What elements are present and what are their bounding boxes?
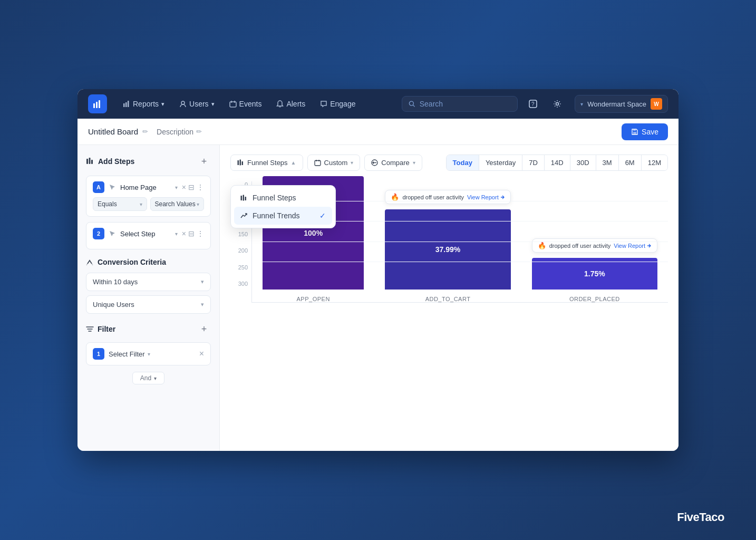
search-icon: [409, 100, 415, 108]
nav-events[interactable]: Events: [224, 97, 267, 111]
step-a-filters: Equals ▾ Search Values ▾: [93, 197, 204, 211]
dropdown-funnel-steps[interactable]: Funnel Steps: [234, 189, 332, 207]
svg-rect-5: [128, 101, 129, 107]
view-report-2-arrow-icon: [646, 243, 652, 248]
nav-alerts[interactable]: Alerts: [271, 97, 311, 111]
date-btn-today[interactable]: Today: [447, 155, 479, 170]
bar-order-placed-label: ORDER_PLACED: [569, 296, 620, 302]
description-edit-icon[interactable]: ✏: [196, 128, 202, 136]
workspace-avatar: W: [651, 98, 662, 110]
filter-header: Filter +: [86, 322, 211, 336]
filter-item-badge: 1: [93, 348, 104, 360]
description-area[interactable]: Description ✏: [157, 128, 202, 136]
step-a-value-select[interactable]: Search Values ▾: [150, 197, 205, 211]
reports-chevron-icon: ▾: [161, 101, 164, 108]
filter-item-chevron-icon: ▾: [148, 351, 150, 357]
step-a-chevron-icon[interactable]: ▾: [175, 185, 178, 190]
bar-order-placed-bar: 1.75%: [532, 258, 657, 290]
workspace-selector[interactable]: ▾ Wondermart Space W: [575, 95, 668, 113]
svg-rect-18: [89, 158, 91, 164]
date-btn-7d[interactable]: 7D: [522, 155, 545, 170]
view-report-1[interactable]: View Report: [467, 194, 505, 200]
conversion-user-select[interactable]: Unique Users ▾: [86, 295, 211, 314]
view-report-2[interactable]: View Report: [614, 243, 652, 249]
filter-title-label: Filter: [98, 325, 115, 333]
nav-reports[interactable]: Reports ▾: [118, 97, 170, 111]
dropdown-funnel-trends[interactable]: Funnel Trends ✓: [234, 207, 332, 225]
navbar: Reports ▾ Users ▾ Events Alerts: [77, 89, 679, 119]
step-a-filter-icon[interactable]: ⊟: [188, 183, 195, 191]
step-a-equals-select[interactable]: Equals ▾: [93, 197, 147, 211]
date-range-group: Today Yesterday 7D 14D 30D 3M 6M 12M: [446, 155, 668, 171]
svg-rect-20: [238, 160, 239, 165]
conversion-icon: [86, 258, 94, 266]
filter-item-name[interactable]: Select Filter ▾: [109, 350, 150, 358]
subheader: Untitled Board ✏ Description ✏ Save: [77, 119, 679, 145]
step-a-close-icon[interactable]: ×: [182, 183, 186, 191]
funnel-steps-button[interactable]: Funnel Steps ▲: [230, 155, 303, 171]
y-label-200: 200: [230, 247, 248, 254]
conversion-window-label: Within 10 days: [93, 278, 138, 286]
bar-add-to-cart-tooltip: 🔥 dropped off user activity View Report: [385, 190, 510, 204]
svg-rect-26: [315, 161, 321, 166]
bar-add-to-cart-tooltip-text: dropped off user activity: [402, 194, 464, 200]
bar-order-placed-tooltip-text: dropped off user activity: [549, 243, 611, 249]
search-bar[interactable]: [402, 96, 518, 112]
and-label: And: [140, 374, 151, 382]
add-steps-title: Add Steps: [86, 157, 134, 166]
bar-app-open-value: 100%: [304, 229, 323, 237]
date-btn-30d[interactable]: 30D: [570, 155, 596, 170]
conversion-title: Conversion Criteria: [86, 258, 211, 266]
svg-rect-7: [230, 102, 236, 107]
nav-reports-label: Reports: [133, 100, 159, 108]
conversion-user-chevron-icon: ▾: [201, 301, 204, 308]
dropdown-funnel-trends-icon: [240, 213, 247, 219]
filter-item-label: Select Filter: [109, 350, 145, 358]
filter-item-close-icon[interactable]: ×: [199, 349, 204, 359]
date-btn-14d[interactable]: 14D: [545, 155, 570, 170]
nav-alerts-label: Alerts: [286, 100, 305, 108]
svg-rect-1: [96, 102, 98, 108]
step-a-more-icon[interactable]: ⋮: [197, 183, 204, 191]
cursor-icon: [109, 184, 116, 191]
funnel-icon: [86, 157, 94, 166]
nav-engage[interactable]: Engage: [315, 97, 361, 111]
step-2-chevron-icon[interactable]: ▾: [175, 231, 178, 237]
search-input[interactable]: [420, 100, 511, 108]
add-filter-button[interactable]: +: [197, 322, 211, 336]
calendar-icon: [314, 159, 321, 166]
save-icon: [631, 128, 638, 136]
date-btn-6m[interactable]: 6M: [619, 155, 642, 170]
add-steps-button[interactable]: +: [197, 155, 211, 168]
fire-icon-2: 🔥: [538, 242, 546, 249]
step-2-close-icon[interactable]: ×: [182, 229, 186, 238]
svg-point-6: [181, 101, 185, 104]
help-button[interactable]: ?: [524, 95, 542, 113]
funnel-steps-icon: [237, 159, 244, 166]
svg-rect-2: [99, 100, 100, 108]
step-2-filter-icon[interactable]: ⊟: [188, 229, 195, 238]
save-button[interactable]: Save: [622, 123, 668, 140]
funnel-steps-chevron-icon: ▲: [291, 160, 296, 166]
step-2-badge: 2: [93, 228, 104, 239]
date-btn-12m[interactable]: 12M: [642, 155, 667, 170]
board-title-edit-icon[interactable]: ✏: [142, 128, 148, 136]
date-btn-yesterday[interactable]: Yesterday: [479, 155, 522, 170]
settings-button[interactable]: [548, 95, 566, 113]
app-logo[interactable]: [88, 94, 107, 113]
bar-order-placed-tooltip: 🔥 dropped off user activity View Report: [532, 238, 657, 253]
date-btn-3m[interactable]: 3M: [596, 155, 619, 170]
svg-rect-21: [240, 160, 241, 166]
funnel-steps-label: Funnel Steps: [247, 159, 288, 167]
nav-users[interactable]: Users ▾: [174, 97, 220, 111]
compare-button[interactable]: Compare ▾: [364, 155, 422, 171]
step-2-more-icon[interactable]: ⋮: [197, 229, 204, 238]
compare-chevron-icon: ▾: [413, 160, 415, 166]
conversion-window-select[interactable]: Within 10 days ▾: [86, 273, 211, 291]
conversion-title-label: Conversion Criteria: [98, 258, 166, 266]
step-a-name: Home Page: [120, 184, 171, 191]
custom-date-button[interactable]: Custom ▾: [307, 155, 361, 171]
and-chevron-icon: ▾: [154, 375, 157, 381]
main-content: Add Steps + A Home Page ▾ × ⊟ ⋮: [77, 145, 679, 451]
and-button[interactable]: And ▾: [132, 372, 164, 384]
